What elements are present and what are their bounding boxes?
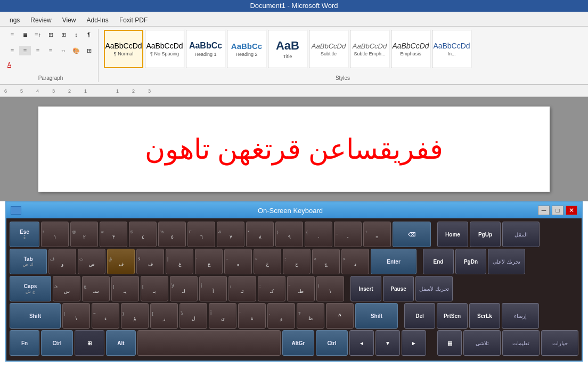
style-more[interactable]: AaBbCcDd In... — [432, 30, 471, 68]
key-j[interactable]: / تـ — [228, 276, 256, 301]
key-tab[interactable]: Tab ك ص — [10, 249, 47, 274]
key-context[interactable]: ▤ — [437, 330, 462, 356]
key-semicolon[interactable]: ا \ — [316, 276, 344, 301]
key-tanaqol[interactable]: التنقل — [502, 222, 540, 247]
key-khayarat[interactable]: خيارات — [541, 330, 578, 356]
style-title[interactable]: AaB Title — [268, 30, 307, 68]
key-win[interactable]: ⊞ — [75, 330, 104, 356]
key-scrlk[interactable]: ScrLk — [469, 303, 500, 329]
tab-addins[interactable]: Add-Ins — [81, 14, 114, 26]
key-4[interactable]: $ ٤ — [129, 222, 157, 247]
style-no-spacing[interactable]: AaBbCcDd ¶ No Spacing — [145, 30, 184, 68]
style-heading2[interactable]: AaBbCc Heading 2 — [227, 30, 266, 68]
key-u[interactable]: ÷ ه — [224, 249, 252, 274]
key-backspace[interactable]: ⌫ — [393, 222, 431, 247]
osk-close-btn[interactable]: ✕ — [566, 206, 577, 215]
key-e[interactable]: ق ف — [107, 249, 135, 274]
key-comma[interactable]: , و — [267, 303, 295, 329]
border[interactable]: ⊞ — [83, 46, 95, 55]
font-color-btn[interactable]: A — [6, 62, 12, 68]
style-emphasis[interactable]: AaBbCcDd Emphasis — [391, 30, 430, 68]
align-right[interactable]: ≡ — [32, 46, 44, 55]
key-pause[interactable]: Pause — [383, 276, 414, 301]
key-pgup[interactable]: PgUp — [470, 222, 501, 247]
key-space[interactable] — [137, 330, 281, 356]
style-subtle-emph[interactable]: AaBbCcDd Subtle Emph... — [350, 30, 389, 68]
key-curly-close[interactable]: } ؤ — [121, 303, 149, 329]
key-k[interactable]: : كـ — [258, 276, 285, 301]
tab-view[interactable]: View — [57, 14, 81, 26]
key-bracket-open[interactable]: > د — [341, 249, 369, 274]
key-caps[interactable]: Caps غ ش — [10, 276, 51, 301]
para-btn-1[interactable]: ≡ — [6, 30, 18, 39]
style-subtitle[interactable]: AaBbCcDd Subtitle — [309, 30, 348, 68]
key-end[interactable]: End — [423, 249, 454, 274]
key-shift-right[interactable]: Shift — [355, 303, 398, 329]
align-left[interactable]: ≡ — [6, 46, 18, 55]
document-page[interactable]: ففريقساعن قرتغهن تاهون — [38, 107, 550, 192]
key-insert[interactable]: Insert — [350, 276, 381, 301]
key-s[interactable]: چ سـ — [82, 276, 110, 301]
key-shift-left[interactable]: Shift — [10, 303, 61, 329]
key-r[interactable]: لا ف — [136, 249, 164, 274]
key-a[interactable]: ئ س — [53, 276, 80, 301]
key-prtscn[interactable]: PrtScn — [437, 303, 468, 329]
tab-ngs[interactable]: ngs — [4, 14, 25, 26]
key-3[interactable]: # ٣ — [100, 222, 127, 247]
key-y[interactable]: ' ع — [195, 249, 223, 274]
key-ctrl-right[interactable]: Ctrl — [316, 330, 348, 356]
key-q[interactable]: ف و — [48, 249, 76, 274]
key-1[interactable]: ! ١ — [41, 222, 69, 247]
shading[interactable]: 🎨 — [70, 46, 82, 55]
key-equals[interactable]: + = — [363, 222, 391, 247]
key-8[interactable]: * ٨ — [246, 222, 274, 247]
tab-review[interactable]: Review — [25, 14, 56, 26]
key-laa[interactable]: لآ ل — [179, 303, 207, 329]
key-ctrl-left[interactable]: Ctrl — [41, 330, 73, 356]
key-6[interactable]: Γ ٦ — [187, 222, 215, 247]
key-alt-left[interactable]: Alt — [106, 330, 136, 356]
key-altgr[interactable]: AltGr — [282, 330, 314, 356]
key-caret[interactable]: ^ — [326, 303, 354, 329]
key-irsaa[interactable]: إرساء — [502, 303, 539, 329]
para-btn-6[interactable]: ↕ — [70, 30, 82, 39]
key-esc[interactable]: Esc ةّ — [10, 222, 39, 247]
key-h[interactable]: أ آ — [199, 276, 227, 301]
key-fn[interactable]: Fn — [10, 330, 39, 356]
key-arrow-right[interactable]: ► — [402, 330, 426, 356]
osk-minimize-btn[interactable]: ─ — [538, 206, 550, 215]
key-p[interactable]: < ج — [312, 249, 340, 274]
key-t[interactable]: إ غ — [166, 249, 193, 274]
tab-foxit[interactable]: Foxit PDF — [114, 14, 153, 26]
key-arrow-left[interactable]: ◄ — [349, 330, 374, 356]
key-2[interactable]: @ ٢ — [70, 222, 98, 247]
key-curly-open[interactable]: { ر — [150, 303, 178, 329]
key-del[interactable]: Del — [404, 303, 435, 329]
key-backslash[interactable]: | \ — [62, 303, 90, 329]
para-btn-2[interactable]: ≣ — [19, 30, 31, 39]
style-normal[interactable]: AaBbCcDd ¶ Normal — [104, 30, 143, 68]
key-enter[interactable]: Enter — [371, 249, 416, 274]
key-l[interactable]: " طـ — [287, 276, 315, 301]
key-arrow-down[interactable]: ▼ — [375, 330, 400, 356]
key-d[interactable]: ] يـ — [111, 276, 139, 301]
key-aa[interactable]: آ ى — [209, 303, 236, 329]
key-scroll-up[interactable]: تحريك لأعلى — [488, 249, 525, 274]
key-pgdn[interactable]: PgDn — [455, 249, 486, 274]
para-btn-3[interactable]: ≡↑ — [32, 30, 44, 39]
align-justify[interactable]: ≡ — [45, 46, 56, 55]
indent[interactable]: ↔ — [58, 46, 69, 55]
para-btn-7[interactable]: ¶ — [83, 30, 95, 39]
key-tilde[interactable]: ~ ء — [92, 303, 119, 329]
para-btn-4[interactable]: ⊞ — [45, 30, 56, 39]
key-f[interactable]: [ بـ — [141, 276, 168, 301]
key-9[interactable]: ) ٩ — [275, 222, 303, 247]
key-7[interactable]: & ٧ — [217, 222, 244, 247]
key-minus[interactable]: _ - — [334, 222, 362, 247]
key-i[interactable]: × خ — [254, 249, 281, 274]
key-5[interactable]: % ٥ — [158, 222, 186, 247]
osk-restore-btn[interactable]: □ — [552, 206, 564, 215]
key-talashi[interactable]: تلاشي — [463, 330, 501, 356]
key-question[interactable]: ? ظ — [297, 303, 324, 329]
style-heading1[interactable]: AaBbCc Heading 1 — [186, 30, 225, 68]
